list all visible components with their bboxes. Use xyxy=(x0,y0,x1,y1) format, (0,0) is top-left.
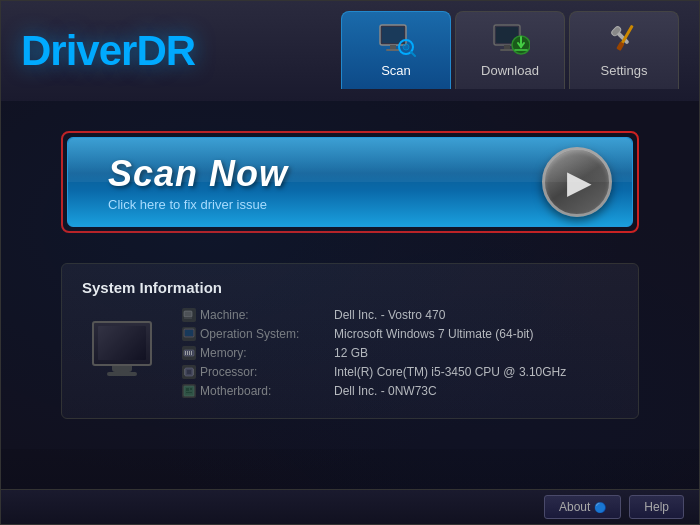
os-value: Microsoft Windows 7 Ultimate (64-bit) xyxy=(334,327,533,341)
sysinfo-content: Machine: Dell Inc. - Vostro 470 Operatio… xyxy=(82,308,618,403)
tab-settings[interactable]: Settings xyxy=(569,11,679,89)
svg-rect-36 xyxy=(186,388,189,391)
scan-now-button[interactable]: Scan Now Click here to fix driver issue … xyxy=(67,137,633,227)
svg-rect-28 xyxy=(187,370,191,374)
svg-rect-25 xyxy=(189,351,190,355)
processor-icon xyxy=(182,365,196,379)
about-icon: 🔵 xyxy=(594,502,606,513)
table-row: Memory: 12 GB xyxy=(182,346,618,360)
system-info-section: System Information xyxy=(61,263,639,419)
svg-rect-10 xyxy=(500,49,514,51)
main-content: Scan Now Click here to fix driver issue … xyxy=(1,101,699,449)
os-icon xyxy=(182,327,196,341)
motherboard-label: Motherboard: xyxy=(200,384,330,398)
svg-rect-3 xyxy=(386,49,400,51)
svg-rect-24 xyxy=(187,351,188,355)
machine-icon xyxy=(182,308,196,322)
tab-scan[interactable]: Scan xyxy=(341,11,451,89)
logo-area: DriverDR xyxy=(21,27,195,75)
memory-icon xyxy=(182,346,196,360)
svg-rect-38 xyxy=(186,392,192,393)
help-label: Help xyxy=(644,500,669,514)
about-label: About xyxy=(559,500,590,514)
header: DriverDR Scan xyxy=(1,1,699,101)
footer: About 🔵 Help xyxy=(1,489,699,524)
machine-value: Dell Inc. - Vostro 470 xyxy=(334,308,445,322)
app-logo: DriverDR xyxy=(21,27,195,75)
arrow-icon: ▶ xyxy=(567,163,592,201)
processor-value: Intel(R) Core(TM) i5-3450 CPU @ 3.10GHz xyxy=(334,365,566,379)
svg-rect-26 xyxy=(191,351,192,355)
computer-icon xyxy=(82,308,162,388)
svg-rect-18 xyxy=(184,311,192,317)
scan-now-subtitle: Click here to fix driver issue xyxy=(108,197,288,212)
nav-tabs: Scan Download xyxy=(341,11,679,89)
table-row: Processor: Intel(R) Core(TM) i5-3450 CPU… xyxy=(182,365,618,379)
scan-tab-label: Scan xyxy=(381,63,411,78)
monitor-base xyxy=(107,372,137,376)
motherboard-value: Dell Inc. - 0NW73C xyxy=(334,384,437,398)
processor-label: Processor: xyxy=(200,365,330,379)
os-label: Operation System: xyxy=(200,327,330,341)
settings-tab-label: Settings xyxy=(601,63,648,78)
monitor-icon xyxy=(92,321,152,366)
help-button[interactable]: Help xyxy=(629,495,684,519)
svg-rect-23 xyxy=(185,351,186,355)
svg-rect-9 xyxy=(504,45,510,49)
svg-rect-21 xyxy=(185,330,193,336)
machine-label: Machine: xyxy=(200,308,330,322)
scan-button-wrapper: Scan Now Click here to fix driver issue … xyxy=(61,131,639,233)
svg-rect-1 xyxy=(382,27,404,43)
svg-line-6 xyxy=(411,52,415,56)
settings-tab-icon xyxy=(604,19,644,59)
scan-tab-icon xyxy=(376,19,416,59)
svg-rect-19 xyxy=(184,317,192,319)
svg-rect-2 xyxy=(390,45,396,49)
memory-value: 12 GB xyxy=(334,346,368,360)
svg-rect-37 xyxy=(190,388,192,390)
scan-arrow-button[interactable]: ▶ xyxy=(542,147,612,217)
monitor-screen xyxy=(98,326,146,360)
about-button[interactable]: About 🔵 xyxy=(544,495,621,519)
sysinfo-title: System Information xyxy=(82,279,618,296)
table-row: Machine: Dell Inc. - Vostro 470 xyxy=(182,308,618,322)
download-tab-label: Download xyxy=(481,63,539,78)
scan-text-area: Scan Now Click here to fix driver issue xyxy=(108,153,288,212)
svg-point-5 xyxy=(403,44,409,50)
download-tab-icon xyxy=(490,19,530,59)
main-window: – ✕ DriverDR xyxy=(0,0,700,525)
table-row: Motherboard: Dell Inc. - 0NW73C xyxy=(182,384,618,398)
sysinfo-table: Machine: Dell Inc. - Vostro 470 Operatio… xyxy=(182,308,618,403)
memory-label: Memory: xyxy=(200,346,330,360)
scan-now-title: Scan Now xyxy=(108,153,288,195)
table-row: Operation System: Microsoft Windows 7 Ul… xyxy=(182,327,618,341)
tab-download[interactable]: Download xyxy=(455,11,565,89)
motherboard-icon xyxy=(182,384,196,398)
monitor-stand xyxy=(112,366,132,372)
